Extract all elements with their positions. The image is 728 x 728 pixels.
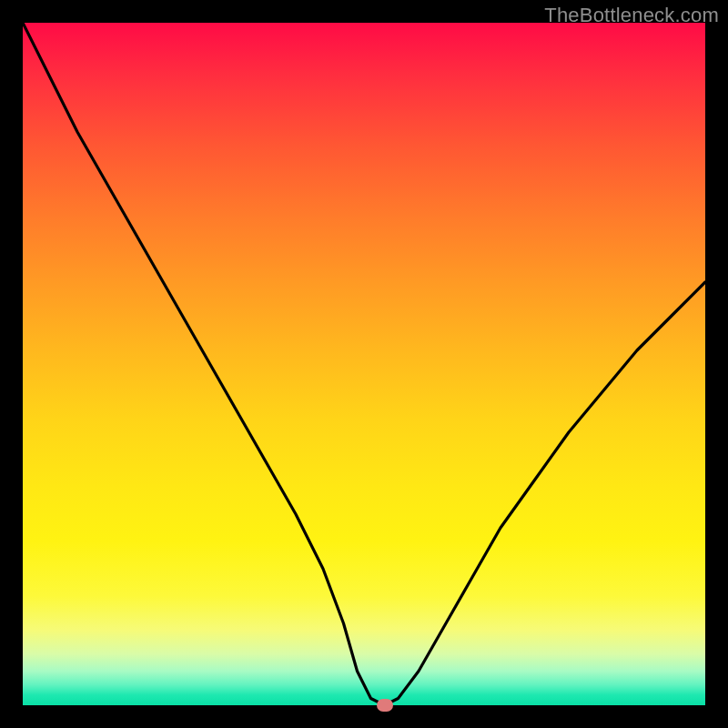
watermark-text: TheBottleneck.com [544, 4, 719, 27]
bottleneck-curve [23, 23, 705, 705]
optimum-marker [377, 699, 393, 712]
curve-path [23, 23, 705, 705]
chart-frame: TheBottleneck.com [0, 0, 728, 728]
plot-area [23, 23, 705, 705]
